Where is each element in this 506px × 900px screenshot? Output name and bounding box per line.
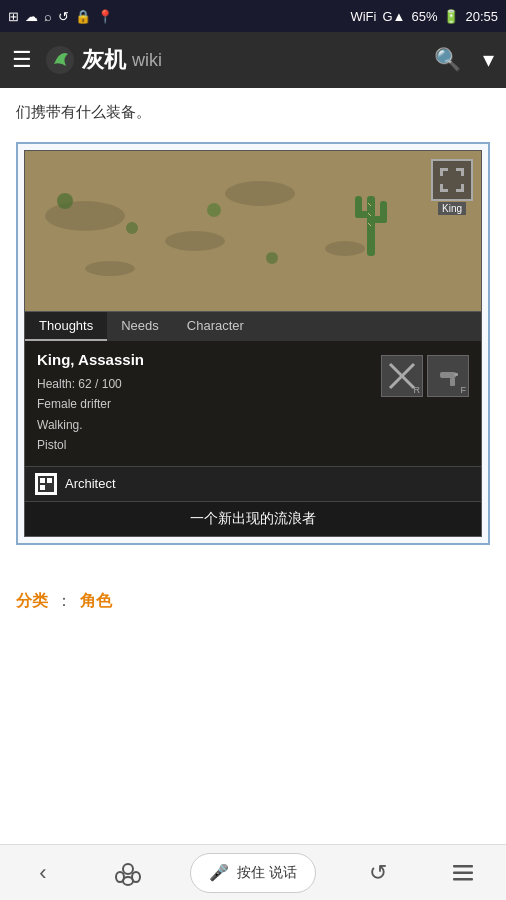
svg-rect-36 bbox=[453, 878, 473, 881]
svg-rect-14 bbox=[440, 168, 443, 176]
desert-background: King bbox=[25, 151, 481, 311]
svg-rect-27 bbox=[40, 478, 45, 483]
architect-label: Architect bbox=[65, 476, 116, 491]
category-colon: ： bbox=[56, 591, 72, 612]
intro-paragraph: 们携带有什么装备。 bbox=[16, 88, 490, 124]
cactus-svg bbox=[341, 166, 401, 266]
svg-rect-16 bbox=[461, 168, 464, 176]
site-logo[interactable]: 灰机 wiki bbox=[44, 44, 422, 76]
status-left-icons: ⊞ ☁ ⌕ ↺ 🔒 📍 bbox=[8, 9, 113, 24]
game-tabs: Thoughts Needs Character bbox=[25, 311, 481, 341]
item-label-1: R bbox=[414, 385, 421, 395]
character-gender: Female drifter bbox=[37, 394, 144, 414]
status-bar: ⊞ ☁ ⌕ ↺ 🔒 📍 WiFi G▲ 65% 🔋 20:55 bbox=[0, 0, 506, 32]
svg-rect-35 bbox=[453, 871, 473, 874]
tab-thoughts[interactable]: Thoughts bbox=[25, 312, 107, 341]
status-icon-6: 📍 bbox=[97, 9, 113, 24]
caption-text: 一个新出现的流浪者 bbox=[190, 510, 316, 526]
wifi-icon: WiFi bbox=[350, 9, 376, 24]
category-section: 分类 ： 角色 bbox=[16, 563, 490, 624]
svg-rect-23 bbox=[440, 372, 456, 378]
dropdown-icon[interactable]: ▾ bbox=[483, 47, 494, 73]
king-character-label: King bbox=[438, 202, 466, 215]
item-slot-1: R bbox=[381, 355, 423, 397]
baidu-button[interactable] bbox=[104, 849, 152, 897]
character-items: R F bbox=[381, 355, 469, 397]
king-box bbox=[431, 159, 473, 201]
svg-rect-20 bbox=[461, 184, 464, 192]
svg-rect-9 bbox=[380, 201, 387, 223]
svg-rect-24 bbox=[450, 378, 455, 386]
character-weapon: Pistol bbox=[37, 435, 144, 455]
svg-point-1 bbox=[57, 193, 73, 209]
architect-bar: Architect bbox=[25, 466, 481, 501]
svg-point-2 bbox=[126, 222, 138, 234]
top-navbar: ☰ 灰机 wiki 🔍 ▾ bbox=[0, 32, 506, 88]
category-value[interactable]: 角色 bbox=[80, 591, 112, 612]
bottom-navbar: ‹ 🎤 按住 说话 ↺ bbox=[0, 844, 506, 900]
search-icon[interactable]: 🔍 bbox=[434, 47, 461, 73]
logo-text: 灰机 bbox=[82, 45, 126, 75]
svg-point-3 bbox=[207, 203, 221, 217]
status-icon-3: ⌕ bbox=[44, 9, 52, 24]
back-button[interactable]: ‹ bbox=[19, 849, 67, 897]
character-info-panel: King, Assassin Health: 62 / 100 Female d… bbox=[25, 341, 481, 466]
status-icon-5: 🔒 bbox=[75, 9, 91, 24]
svg-rect-25 bbox=[454, 373, 458, 376]
game-view: King Thoughts Needs Character King, Assa… bbox=[24, 150, 482, 537]
svg-rect-29 bbox=[40, 485, 45, 490]
item-label-2: F bbox=[461, 385, 467, 395]
status-icon-4: ↺ bbox=[58, 9, 69, 24]
status-right-info: WiFi G▲ 65% 🔋 20:55 bbox=[350, 9, 498, 24]
character-health: Health: 62 / 100 bbox=[37, 374, 144, 394]
more-menu-button[interactable] bbox=[439, 849, 487, 897]
svg-point-4 bbox=[266, 252, 278, 264]
hamburger-menu-button[interactable]: ☰ bbox=[12, 47, 32, 73]
clock: 20:55 bbox=[465, 9, 498, 24]
character-name: King, Assassin bbox=[37, 351, 144, 368]
tab-needs[interactable]: Needs bbox=[107, 312, 173, 341]
svg-rect-34 bbox=[453, 865, 473, 868]
svg-rect-7 bbox=[355, 196, 362, 218]
character-action: Walking. bbox=[37, 415, 144, 435]
tab-character[interactable]: Character bbox=[173, 312, 258, 341]
item-slot-2: F bbox=[427, 355, 469, 397]
game-screenshot-container: King Thoughts Needs Character King, Assa… bbox=[16, 142, 490, 545]
svg-rect-18 bbox=[440, 184, 443, 192]
main-content: 们携带有什么装备。 bbox=[0, 88, 506, 694]
svg-point-33 bbox=[123, 877, 133, 885]
category-prefix: 分类 bbox=[16, 591, 48, 612]
svg-rect-28 bbox=[47, 478, 52, 483]
king-character-icon: King bbox=[431, 159, 473, 215]
battery-icon: 🔋 bbox=[443, 9, 459, 24]
game-caption: 一个新出现的流浪者 bbox=[25, 501, 481, 536]
battery-level: 65% bbox=[411, 9, 437, 24]
status-icon-2: ☁ bbox=[25, 9, 38, 24]
mic-speak-button[interactable]: 🎤 按住 说话 bbox=[190, 853, 316, 893]
signal-icon: G▲ bbox=[382, 9, 405, 24]
character-stats-left: King, Assassin Health: 62 / 100 Female d… bbox=[37, 351, 144, 456]
logo-wiki: wiki bbox=[132, 50, 162, 71]
mic-icon: 🎤 bbox=[209, 863, 229, 882]
status-icon-1: ⊞ bbox=[8, 9, 19, 24]
svg-point-30 bbox=[123, 864, 133, 874]
mic-label: 按住 说话 bbox=[237, 864, 297, 882]
refresh-button[interactable]: ↺ bbox=[354, 849, 402, 897]
architect-icon bbox=[35, 473, 57, 495]
